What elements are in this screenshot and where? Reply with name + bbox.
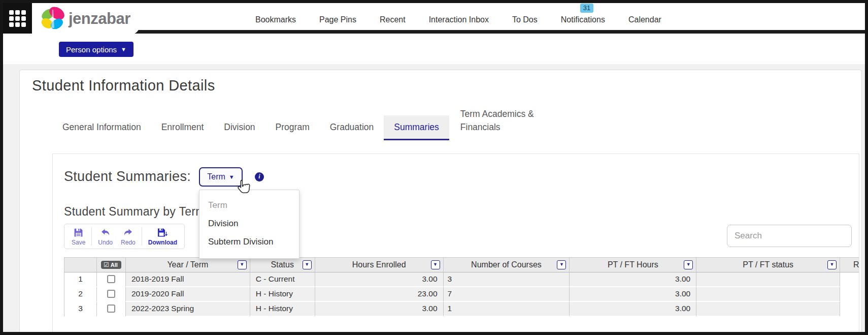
header-hours-enrolled: Hours Enrolled ▼ — [315, 257, 444, 272]
header-select-all: ☑ All — [97, 257, 126, 272]
hours-enrolled-cell[interactable]: 3.00 — [315, 302, 444, 317]
table-row: 2 2019-2020 Fall H - History 23.00 7 3.0… — [64, 287, 859, 302]
download-button[interactable]: Download — [144, 226, 181, 247]
redo-button[interactable]: Redo — [117, 226, 140, 247]
chevron-down-icon: ▼ — [121, 47, 126, 52]
year-term-cell[interactable]: 2019-2020 Fall — [126, 287, 250, 302]
tab-enrollment[interactable]: Enrollment — [151, 115, 214, 140]
filter-icon-ptft-status[interactable]: ▼ — [827, 260, 837, 269]
row-number-cell: 1 — [64, 272, 97, 287]
app-launcher-button[interactable] — [3, 3, 32, 34]
ptft-status-cell[interactable] — [696, 302, 840, 317]
nav-notifications[interactable]: 31 Notifications — [561, 3, 605, 30]
screen: jenzabar Bookmarks Page Pins Recent Inte… — [0, 0, 868, 335]
filter-icon-status[interactable]: ▼ — [303, 260, 312, 269]
rb-cell — [840, 272, 859, 287]
chevron-down-icon: ▼ — [229, 174, 235, 180]
person-options-bar: Person options ▼ — [3, 34, 865, 64]
header-rb: RBI — [840, 257, 859, 272]
number-of-courses-cell[interactable]: 7 — [444, 287, 570, 302]
select-all-button[interactable]: ☑ All — [101, 261, 121, 269]
row-checkbox[interactable] — [107, 290, 115, 298]
detail-tabs: General Information Enrollment Division … — [20, 110, 861, 140]
filter-icon-ptft-hours[interactable]: ▼ — [684, 260, 693, 269]
notifications-count-badge: 31 — [580, 4, 593, 13]
summary-type-dropdown-button[interactable]: Term ▼ — [199, 167, 243, 187]
page-title: Student Information Details — [32, 77, 861, 94]
search-input[interactable] — [727, 225, 852, 247]
save-button[interactable]: Save — [68, 226, 89, 247]
header-ptft-status: PT / FT status ▼ — [696, 257, 840, 272]
tab-summaries[interactable]: Summaries — [384, 115, 449, 140]
filter-icon-year-term[interactable]: ▼ — [238, 260, 247, 269]
header-status: Status ▼ — [250, 257, 315, 272]
section-title: Student Summary by Term — [64, 205, 859, 219]
filter-icon-hours-enrolled[interactable]: ▼ — [431, 260, 440, 269]
nav-to-dos[interactable]: To Dos — [512, 3, 538, 30]
summaries-heading: Student Summaries: — [64, 169, 191, 185]
row-checkbox[interactable] — [107, 275, 115, 283]
rb-cell — [840, 302, 859, 317]
rb-cell — [840, 287, 859, 302]
year-term-cell[interactable]: 2018-2019 Fall — [126, 272, 250, 287]
logo-container[interactable]: jenzabar — [32, 3, 140, 35]
nav-interaction-inbox[interactable]: Interaction Inbox — [429, 3, 489, 30]
status-cell[interactable]: H - History — [250, 287, 315, 302]
tab-general-information[interactable]: General Information — [52, 115, 151, 140]
undo-icon — [100, 227, 111, 238]
tools-row: Save Undo Redo Download — [64, 224, 859, 252]
number-of-courses-cell[interactable]: 3 — [444, 272, 570, 287]
top-navigation: Bookmarks Page Pins Recent Interaction I… — [255, 3, 661, 30]
table-header-row: ☑ All Year / Term ▼ Status ▼ — [64, 257, 859, 272]
tab-program[interactable]: Program — [265, 115, 320, 140]
dropdown-option-division[interactable]: Division — [199, 215, 299, 233]
person-options-button[interactable]: Person options ▼ — [59, 42, 133, 57]
header-year-term: Year / Term ▼ — [126, 257, 250, 272]
row-checkbox-cell — [97, 272, 126, 287]
info-icon[interactable]: i — [255, 172, 264, 181]
number-of-courses-cell[interactable]: 1 — [444, 302, 570, 317]
status-cell[interactable]: H - History — [250, 302, 315, 317]
jenzabar-wordmark: jenzabar — [69, 10, 130, 28]
status-cell[interactable]: C - Current — [250, 272, 315, 287]
filter-icon-number-of-courses[interactable]: ▼ — [557, 260, 566, 269]
ptft-status-cell[interactable] — [696, 272, 840, 287]
hours-enrolled-cell[interactable]: 23.00 — [315, 287, 444, 302]
row-checkbox[interactable] — [107, 304, 115, 313]
tab-division[interactable]: Division — [214, 115, 265, 140]
nav-calendar[interactable]: Calendar — [628, 3, 661, 30]
row-checkbox-cell — [97, 287, 126, 302]
summaries-panel: Student Summaries: Term ▼ Term Division … — [52, 154, 859, 332]
nav-bookmarks[interactable]: Bookmarks — [255, 3, 296, 30]
undo-button[interactable]: Undo — [94, 226, 117, 247]
row-number-cell: 3 — [64, 302, 97, 317]
row-checkbox-cell — [97, 302, 126, 317]
nav-recent[interactable]: Recent — [380, 3, 406, 30]
toolbar-separator — [91, 227, 92, 246]
row-number-cell: 2 — [64, 287, 97, 302]
ptft-hours-cell[interactable]: 3.00 — [570, 302, 696, 317]
summary-table: ☑ All Year / Term ▼ Status ▼ — [64, 257, 859, 317]
nav-page-pins[interactable]: Page Pins — [319, 3, 356, 30]
checkbox-checked-icon: ☑ — [104, 262, 109, 268]
redo-icon — [122, 227, 133, 238]
summary-type-selector-wrap: Term ▼ Term Division Subterm Division — [199, 167, 243, 187]
summary-type-dropdown-menu: Term Division Subterm Division — [199, 190, 299, 259]
ptft-hours-cell[interactable]: 3.00 — [570, 272, 696, 287]
toolbar-separator — [142, 227, 142, 246]
tab-graduation[interactable]: Graduation — [320, 115, 384, 140]
dropdown-option-term[interactable]: Term — [199, 196, 299, 215]
dropdown-option-subterm-division[interactable]: Subterm Division — [199, 233, 299, 251]
download-icon — [157, 227, 168, 238]
ptft-status-cell[interactable] — [696, 287, 840, 302]
hours-enrolled-cell[interactable]: 3.00 — [315, 272, 444, 287]
year-term-cell[interactable]: 2022-2023 Spring — [126, 302, 250, 317]
summaries-header-row: Student Summaries: Term ▼ Term Division … — [64, 167, 859, 187]
table-row: 3 2022-2023 Spring H - History 3.00 1 3.… — [64, 302, 859, 317]
header-number-of-courses: Number of Courses ▼ — [444, 257, 570, 272]
tab-term-academics-financials[interactable]: Term Academics & Financials — [449, 107, 543, 140]
header-row-number — [64, 257, 97, 272]
ptft-hours-cell[interactable]: 3.00 — [570, 287, 696, 302]
save-icon — [73, 227, 84, 238]
table-row: 1 2018-2019 Fall C - Current 3.00 3 3.00 — [64, 272, 859, 287]
